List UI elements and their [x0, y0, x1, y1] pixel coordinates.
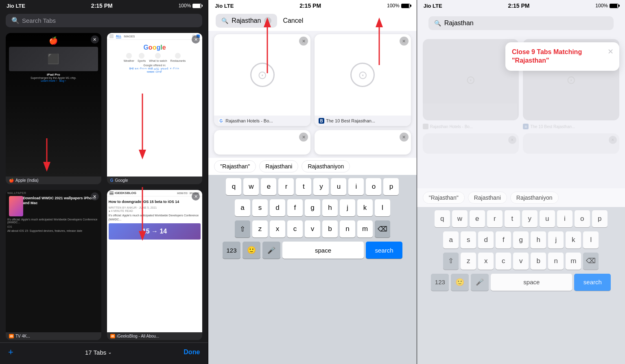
apple-tab-footer: 🍎 Apple (India) — [6, 177, 101, 184]
key-search[interactable]: search — [366, 242, 402, 259]
p3-key-f: f — [496, 231, 511, 248]
close-empty-1[interactable]: ✕ — [299, 133, 308, 142]
tab-card-apple[interactable]: ✕ 🍎 ⬛ iPad Pro Supercharged by the Apple… — [6, 33, 101, 184]
key-f[interactable]: f — [287, 199, 303, 216]
close-tv-tab[interactable]: ✕ — [91, 192, 99, 201]
p3-key-n: n — [548, 253, 564, 270]
google-logo: Google — [109, 44, 200, 51]
status-bar-2: Jio LTE 2:15 PM 100% — [208, 0, 416, 11]
key-r[interactable]: r — [278, 178, 294, 195]
ipad-image: ⬛ — [9, 47, 98, 71]
key-g[interactable]: g — [305, 199, 320, 216]
close-raj-best[interactable]: ✕ — [400, 37, 409, 46]
key-k[interactable]: k — [357, 199, 373, 216]
keyboard-3: q w e r t y u i o p a s d f g h j k l ⇧ … — [417, 207, 625, 364]
p3-key-w: w — [452, 210, 468, 227]
close-tabs-dialog[interactable]: Close 9 Tabs Matching "Rajasthan" ✕ — [505, 42, 619, 71]
key-p[interactable]: p — [383, 178, 399, 195]
carrier-3: Jio LTE — [424, 3, 442, 9]
p3-chip-rajasthani[interactable]: Rajasthani — [468, 192, 507, 204]
key-e[interactable]: e — [261, 178, 276, 195]
p3-key-c: c — [496, 253, 511, 270]
key-s[interactable]: s — [252, 199, 268, 216]
p3-key-e: e — [470, 210, 485, 227]
key-u[interactable]: u — [331, 178, 346, 195]
compass-icon-1: ⊙ — [250, 63, 275, 87]
tabs-grid: ✕ 🍎 ⬛ iPad Pro Supercharged by the Apple… — [0, 31, 208, 342]
key-h[interactable]: h — [322, 199, 338, 216]
keyboard-row2: a s d f g h j k l — [210, 199, 415, 216]
key-b[interactable]: b — [322, 220, 338, 238]
p3-key-g: g — [513, 231, 529, 248]
empty-tab-2[interactable]: ✕ — [315, 130, 411, 155]
empty-tab-1[interactable]: ✕ — [214, 130, 310, 155]
key-l[interactable]: l — [375, 199, 390, 216]
battery-2: 100% — [387, 3, 410, 9]
tab-card-tv[interactable]: ✕ WALLPAPER Download WWDC 2021 wallpaper… — [6, 190, 101, 340]
key-backspace[interactable]: ⌫ — [375, 220, 390, 238]
tv-footer-text: All about iOS 15: Supported devices, fea… — [7, 229, 100, 233]
chip-rajasthaniyon[interactable]: Rajasthaniyon — [302, 160, 350, 172]
key-z[interactable]: z — [252, 220, 268, 238]
p3-key-i: i — [557, 210, 573, 227]
key-emoji[interactable]: 🙂 — [243, 242, 260, 259]
add-tab-button[interactable]: + — [8, 347, 13, 357]
cancel-search-button[interactable]: Cancel — [283, 14, 309, 28]
search-input-2[interactable]: Rajasthan — [232, 17, 261, 24]
chip-rajasthani[interactable]: Rajasthani — [259, 160, 298, 172]
p3-key-d: d — [478, 231, 494, 248]
close-dialog-button[interactable]: ✕ — [608, 47, 614, 56]
keyboard-row1: q w e r t y u i o p — [210, 178, 415, 195]
tv-tab-footer: iB TV 4K... — [6, 332, 101, 340]
key-q[interactable]: q — [226, 178, 241, 195]
key-space[interactable]: space — [282, 242, 364, 259]
key-o[interactable]: o — [366, 178, 381, 195]
key-t[interactable]: t — [296, 178, 311, 195]
search-bar-2[interactable]: 🔍 Rajasthan ✕ — [216, 14, 277, 28]
panel-close-tabs: Jio LTE 2:15 PM 100% 🔍 Rajasthan ⊙ ⊙ — [417, 0, 625, 364]
key-a[interactable]: a — [235, 199, 250, 216]
key-num[interactable]: 123 — [223, 242, 240, 259]
search-clear-button-2[interactable]: ✕ — [264, 17, 271, 24]
key-j[interactable]: j — [340, 199, 355, 216]
close-empty-2[interactable]: ✕ — [400, 133, 409, 142]
search-bar-3[interactable]: 🔍 Rajasthan — [428, 16, 614, 30]
p3-keyboard-bottom: 123 🙂 🎤 space search — [419, 274, 623, 291]
p3-key-p: p — [592, 210, 608, 227]
raj-hotels-tab[interactable]: ✕ ⊙ G Rajasthan Hotels - Bo... — [214, 34, 310, 126]
close-tabs-title: Close 9 Tabs Matching "Rajasthan" — [512, 48, 613, 65]
key-c[interactable]: c — [287, 220, 303, 238]
ipad-title: iPad Pro — [9, 73, 98, 76]
tv-tag: iOS — [7, 225, 100, 228]
key-i[interactable]: i — [348, 178, 364, 195]
raj-best-tab[interactable]: ✕ ⊙ B The 10 Best Rajasthan... — [315, 34, 411, 126]
tabs-count[interactable]: 17 Tabs ⌄ — [85, 349, 112, 356]
search-tabs-row1: ✕ ⊙ G Rajasthan Hotels - Bo... ✕ ⊙ B The… — [208, 31, 416, 129]
close-apple-tab[interactable]: ✕ — [91, 35, 99, 44]
search-tabs-icon: 🔍 — [11, 17, 20, 24]
key-mic[interactable]: 🎤 — [262, 242, 280, 259]
search-input-3[interactable]: Rajasthan — [444, 20, 608, 27]
tv-desc: It's official: Apple's much anticipated … — [7, 218, 100, 224]
battery-3: 100% — [595, 3, 618, 9]
key-m[interactable]: m — [357, 220, 373, 238]
key-d[interactable]: d — [270, 199, 285, 216]
tab-card-igeeks[interactable]: ✕ iGEEKSBLOG HOW-TO IPHONE How to downgr… — [107, 190, 203, 340]
p3-chip-rajasthaniyon[interactable]: Rajasthaniyon — [510, 192, 559, 204]
tab-card-google[interactable]: ✕ ALL IMAGES Google Weather — [107, 33, 203, 184]
key-shift[interactable]: ⇧ — [235, 220, 250, 238]
key-w[interactable]: w — [243, 178, 259, 195]
close-raj-hotels[interactable]: ✕ — [299, 37, 308, 46]
p3-chip-rajasthan[interactable]: "Rajasthan" — [423, 192, 465, 204]
p3-key-u: u — [540, 210, 555, 227]
search-tabs-bar[interactable]: 🔍 Search Tabs — [6, 14, 202, 27]
key-x[interactable]: x — [270, 220, 285, 238]
key-v[interactable]: v — [305, 220, 320, 238]
chip-rajasthan[interactable]: "Rajasthan" — [214, 160, 256, 172]
done-button[interactable]: Done — [184, 349, 200, 356]
tv-thumbnail — [9, 196, 23, 216]
key-y[interactable]: y — [313, 178, 329, 195]
key-n[interactable]: n — [340, 220, 355, 238]
igeeks-content: How to downgrade iOS 15 beta to iOS 14 W… — [107, 196, 203, 332]
keyboard-row3: ⇧ z x c v b n m ⌫ — [210, 220, 415, 238]
